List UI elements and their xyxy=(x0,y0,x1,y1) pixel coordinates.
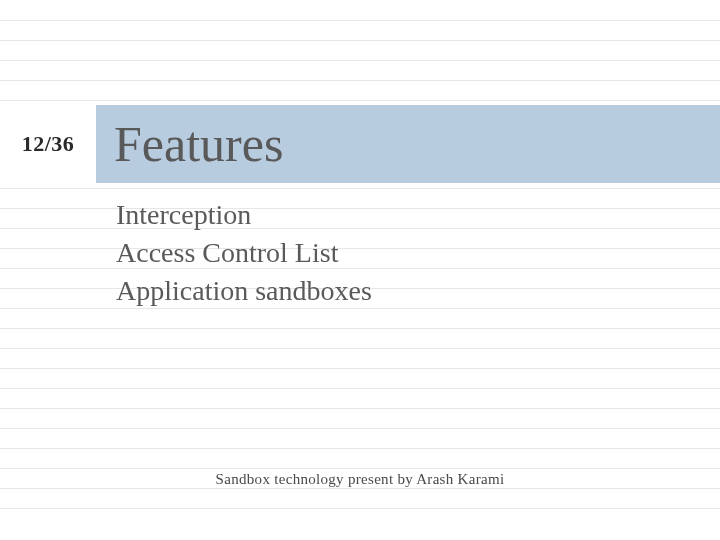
bullet-item: Application sandboxes xyxy=(116,272,372,310)
page-number-box: 12/36 xyxy=(0,105,96,183)
bullet-item: Interception xyxy=(116,196,372,234)
slide-footer: Sandbox technology present by Arash Kara… xyxy=(0,471,720,488)
page-number: 12/36 xyxy=(22,131,75,157)
slide-content: Interception Access Control List Applica… xyxy=(116,196,372,309)
slide-header: 12/36 Features xyxy=(0,105,720,183)
title-box: Features xyxy=(96,105,720,183)
bullet-item: Access Control List xyxy=(116,234,372,272)
slide-title: Features xyxy=(114,115,283,173)
